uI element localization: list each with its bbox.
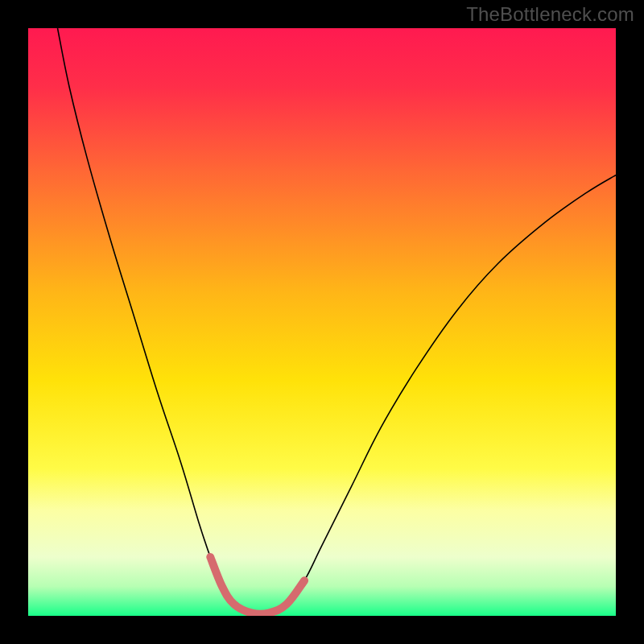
chart-frame: TheBottleneck.com (0, 0, 644, 644)
plot-area (28, 28, 616, 616)
watermark-label: TheBottleneck.com (466, 3, 634, 26)
gradient-background (28, 28, 616, 616)
bottleneck-plot-svg (28, 28, 616, 616)
